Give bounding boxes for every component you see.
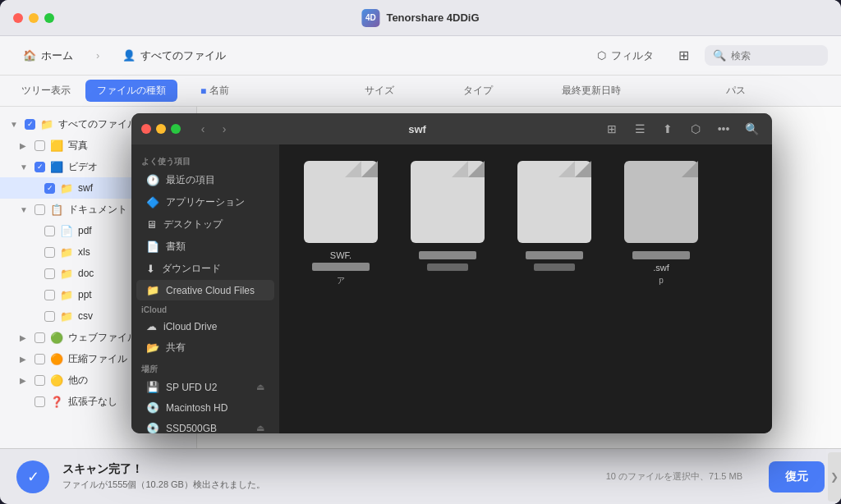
noext-label: 拡張子なし <box>68 395 117 409</box>
file-label-1: SWF. ア <box>312 250 370 286</box>
finder-sidebar-downloads[interactable]: ⬇ ダウンロード <box>136 258 274 280</box>
noext-checkbox[interactable] <box>34 396 45 407</box>
table-header-row: ■ 名前 サイズ タイプ 最終更新日時 パス <box>187 76 841 106</box>
icloud-drive-label: iCloud Drive <box>163 321 217 332</box>
file-label-2 <box>419 250 476 274</box>
file-sub-1: ア <box>337 276 345 285</box>
other-label: 他の <box>68 373 88 387</box>
macintosh-hd-icon: 💿 <box>146 401 159 414</box>
file-icon-1 <box>304 161 378 243</box>
finder-back-button[interactable]: ‹ <box>194 120 212 138</box>
search-input[interactable] <box>731 50 813 62</box>
filter-button[interactable]: ⬡ フィルタ <box>589 44 662 68</box>
close-button[interactable] <box>13 13 23 23</box>
expand-icon: ▶ <box>20 355 30 364</box>
expand-icon: ▶ <box>20 141 30 150</box>
finder-maximize-button[interactable] <box>171 124 181 134</box>
photo-icon: 🟨 <box>50 139 63 152</box>
scan-title: スキャン完了！ <box>62 462 265 477</box>
finder-sidebar-icloud-drive[interactable]: ☁ iCloud Drive <box>136 316 274 337</box>
file-blurred-3b <box>534 263 575 271</box>
finder-traffic-lights <box>141 124 181 134</box>
photo-label: 写真 <box>68 139 88 153</box>
finder-sidebar-ssd500[interactable]: 💿 SSD500GB ⏏ <box>136 418 274 433</box>
files-icon: 👤 <box>122 49 136 62</box>
finder-sidebar-sp-ufd[interactable]: 💾 SP UFD U2 ⏏ <box>136 377 274 397</box>
finder-close-button[interactable] <box>141 124 151 134</box>
file-label-4: .swf p <box>632 250 690 286</box>
home-label: ホーム <box>41 48 73 63</box>
other-icon: 🟡 <box>50 373 63 387</box>
other-checkbox[interactable] <box>34 375 45 386</box>
icloud-drive-icon: ☁ <box>146 320 157 332</box>
traffic-lights <box>13 13 54 23</box>
scan-complete-icon: ✓ <box>16 460 49 493</box>
desktop-icon: 🖥 <box>146 218 157 231</box>
file-thumb-3[interactable] <box>509 161 600 286</box>
swf-checkbox[interactable]: ✓ <box>44 183 55 194</box>
webfile-checkbox[interactable] <box>34 332 45 343</box>
photo-checkbox[interactable] <box>34 140 45 151</box>
video-checkbox[interactable]: ✓ <box>34 162 45 172</box>
xls-checkbox[interactable] <box>44 247 55 258</box>
finder-sidebar-creative[interactable]: 📁 Creative Cloud Files <box>136 280 274 300</box>
finder-more-button[interactable]: ••• <box>713 118 734 140</box>
ppt-checkbox[interactable] <box>44 290 55 300</box>
finder-view-list-button[interactable]: ☰ <box>629 118 650 140</box>
ppt-icon: 📁 <box>60 288 73 301</box>
tree-view-button[interactable]: ツリー表示 <box>10 80 82 102</box>
file-thumb-4[interactable]: .swf p <box>616 161 706 286</box>
file-thumb-2[interactable] <box>402 161 493 286</box>
allfiles-checkbox[interactable]: ✓ <box>25 119 35 130</box>
finder-share-button[interactable]: ⬆ <box>657 118 678 140</box>
finder-window: ‹ › swf ⊞ ☰ ⬆ ⬡ ••• 🔍 よく使う項目 🕐 最近の項目 🔷 ア… <box>131 113 772 433</box>
col-size-header: サイズ <box>365 84 463 98</box>
file-blurred-4a <box>632 251 690 259</box>
finder-sidebar-recent[interactable]: 🕐 最近の項目 <box>136 169 274 191</box>
finder-sidebar-macintosh-hd[interactable]: 💿 Macintosh HD <box>136 397 274 418</box>
maximize-button[interactable] <box>44 13 54 23</box>
all-files-button[interactable]: 👤 すべてのファイル <box>113 44 236 68</box>
finder-content: SWF. ア <box>279 144 772 433</box>
all-files-label: すべてのファイル <box>140 48 226 63</box>
finder-minimize-button[interactable] <box>156 124 166 134</box>
finder-sidebar-docs[interactable]: 📄 書類 <box>136 236 274 258</box>
pdf-checkbox[interactable] <box>44 226 55 236</box>
expand-icon: ▶ <box>20 376 30 385</box>
pdf-icon: 📄 <box>60 224 73 237</box>
finder-view-grid-button[interactable]: ⊞ <box>601 118 623 140</box>
document-checkbox[interactable] <box>34 204 45 215</box>
file-blurred-3a <box>526 251 583 259</box>
finder-sidebar-shared[interactable]: 📂 共有 <box>136 337 274 359</box>
pdf-label: pdf <box>78 225 92 236</box>
grid-view-button[interactable]: ⊞ <box>672 44 695 67</box>
file-icon-2 <box>411 161 485 243</box>
restore-button[interactable]: 復元 <box>769 461 825 493</box>
csv-label: csv <box>78 310 93 322</box>
minimize-button[interactable] <box>29 13 39 23</box>
search-icon: 🔍 <box>713 49 726 62</box>
finder-sidebar-apps[interactable]: 🔷 アプリケーション <box>136 191 274 213</box>
finder-title: swf <box>240 123 595 135</box>
right-handle[interactable]: ❯ <box>828 452 841 502</box>
col-date-header: 最終更新日時 <box>562 84 726 98</box>
file-thumb-1[interactable]: SWF. ア <box>296 161 386 286</box>
finder-tag-button[interactable]: ⬡ <box>685 118 706 140</box>
home-button[interactable]: 🏠 ホーム <box>13 44 83 68</box>
col-name-header: ■ 名前 <box>200 84 365 98</box>
expand-icon: ▶ <box>20 333 30 342</box>
finder-body: よく使う項目 🕐 最近の項目 🔷 アプリケーション 🖥 デスクトップ 📄 書類 … <box>131 144 772 433</box>
icloud-section-title: iCloud <box>131 300 279 316</box>
doc-checkbox[interactable] <box>44 268 55 279</box>
finder-sidebar-desktop[interactable]: 🖥 デスクトップ <box>136 213 274 236</box>
doc-icon: 📁 <box>60 267 73 280</box>
archive-checkbox[interactable] <box>34 354 45 364</box>
file-icon-3 <box>517 161 591 243</box>
file-type-button[interactable]: ファイルの種類 <box>85 80 177 102</box>
title-center: 4D Tenorshare 4DDiG <box>361 9 479 27</box>
breadcrumb-separator: › <box>96 49 99 62</box>
finder-search-button[interactable]: 🔍 <box>741 118 762 140</box>
csv-checkbox[interactable] <box>44 311 55 322</box>
finder-forward-button[interactable]: › <box>215 120 233 138</box>
swf-label: swf <box>78 182 93 194</box>
